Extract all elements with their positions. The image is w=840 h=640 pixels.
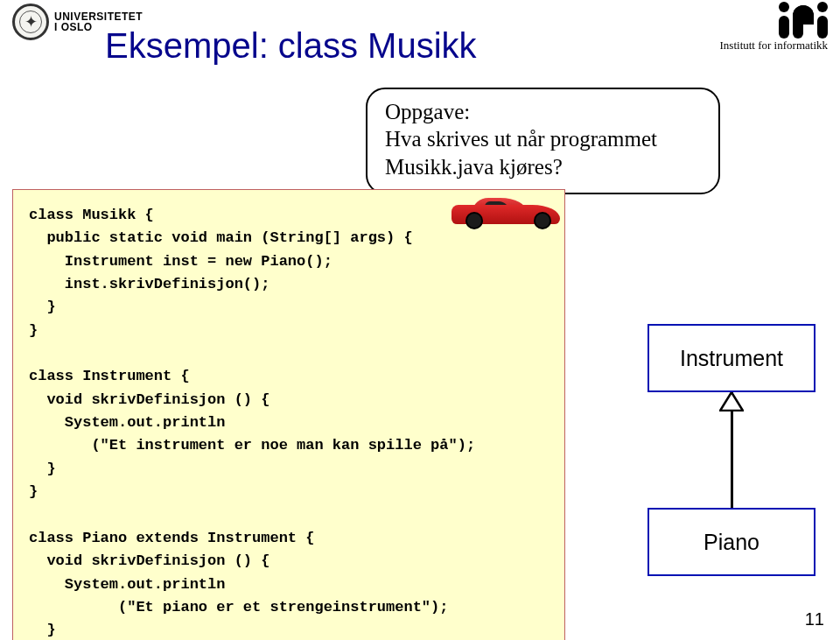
task-question-line2: Musikk.java kjøres? xyxy=(385,153,701,180)
ifi-logo: Institutt for informatikk xyxy=(720,4,828,53)
slide-title: Eksempel: class Musikk xyxy=(105,26,477,66)
uml-class-instrument-label: Instrument xyxy=(680,346,783,371)
ifi-label: Institutt for informatikk xyxy=(720,39,828,53)
svg-marker-0 xyxy=(720,392,743,411)
page-number: 11 xyxy=(805,609,824,629)
uio-seal-icon: ✦ xyxy=(12,4,49,40)
uml-class-piano-label: Piano xyxy=(704,530,760,555)
task-box: Oppgave: Hva skrives ut når programmet M… xyxy=(366,88,720,194)
code-content: class Musikk { public static void main (… xyxy=(29,204,549,640)
task-label: Oppgave: xyxy=(385,98,701,125)
ifi-logo-icon xyxy=(720,4,828,39)
car-image xyxy=(446,189,569,231)
uml-class-piano: Piano xyxy=(648,508,816,576)
uml-class-instrument: Instrument xyxy=(648,324,816,392)
task-question-line1: Hva skrives ut når programmet xyxy=(385,125,701,152)
code-box: class Musikk { public static void main (… xyxy=(12,189,565,640)
